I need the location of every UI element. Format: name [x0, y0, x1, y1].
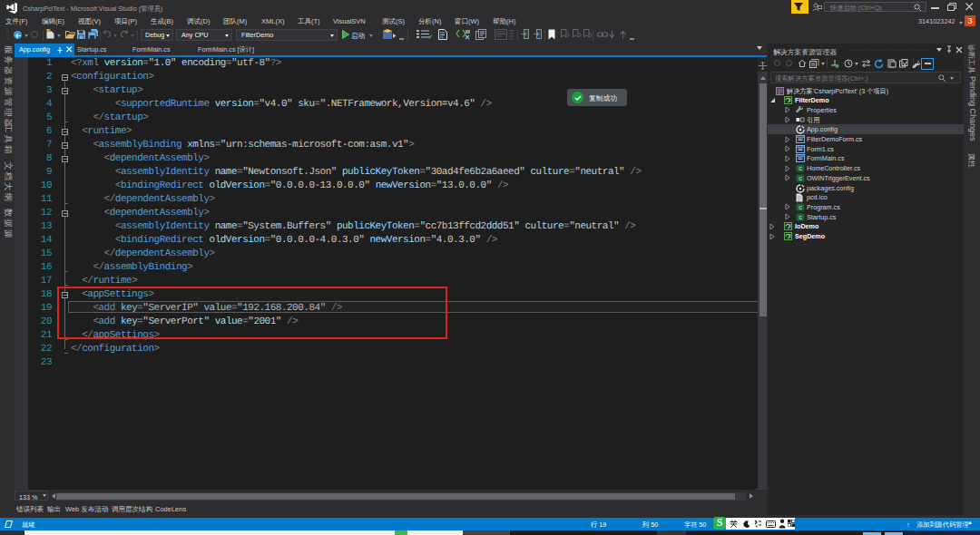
- svg-text:c: c: [799, 213, 802, 221]
- svg-text:c: c: [799, 164, 802, 172]
- svg-text:c: c: [799, 174, 802, 182]
- svg-text:c: c: [799, 203, 802, 211]
